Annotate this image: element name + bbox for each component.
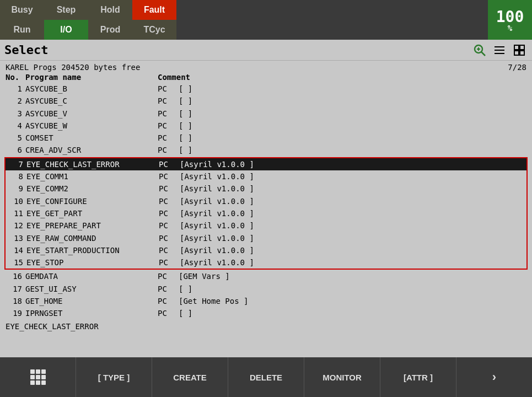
program-list: 1 ASYCUBE_B PC [ ] 2 ASYCUBE_C PC [ ] 3 …: [4, 83, 528, 320]
current-selection: EYE_CHECK_LAST_ERROR: [4, 322, 528, 331]
svg-rect-7: [514, 45, 519, 50]
percent-display: 100 %: [488, 0, 532, 40]
svg-rect-8: [520, 45, 524, 50]
table-row[interactable]: 11 EYE_GET_PART PC [Asyril v1.0.0 ]: [6, 207, 526, 219]
tcyc-button[interactable]: TCyc: [132, 20, 176, 40]
table-row[interactable]: 6 CREA_ADV_SCR PC [ ]: [4, 144, 528, 156]
title-bar: Select: [0, 40, 532, 61]
status-buttons: Busy Step Hold Fault Run I/O Prod TCyc: [0, 0, 176, 40]
table-row[interactable]: 4 ASYCUBE_W PC [ ]: [4, 120, 528, 132]
grid-icon: [30, 369, 46, 385]
hold-button[interactable]: Hold: [88, 0, 132, 20]
run-button[interactable]: Run: [0, 20, 44, 40]
svg-line-1: [481, 52, 485, 56]
table-row[interactable]: 10 EYE_CONFIGURE PC [Asyril v1.0.0 ]: [6, 195, 526, 207]
info-right: 7/28: [508, 63, 526, 72]
chevron-right-icon: ›: [492, 370, 496, 384]
svg-rect-10: [520, 51, 524, 55]
highlighted-group: 7 EYE_CHECK_LAST_ERROR PC [Asyril v1.0.0…: [4, 157, 528, 270]
table-row[interactable]: 1 ASYCUBE_B PC [ ]: [4, 83, 528, 95]
table-row[interactable]: 3 ASYCUBE_V PC [ ]: [4, 108, 528, 120]
layout-icon[interactable]: [511, 42, 528, 58]
table-row[interactable]: 14 EYE_START_PRODUCTION PC [Asyril v1.0.…: [6, 244, 526, 256]
table-row[interactable]: 15 EYE_STOP PC [Asyril v1.0.0 ]: [6, 256, 526, 269]
percent-sign: %: [508, 24, 512, 33]
info-row: KAREL Progs 204520 bytes free 7/28: [4, 63, 528, 72]
create-button[interactable]: CREATE: [152, 357, 228, 397]
attr-button[interactable]: [ATTR ]: [380, 357, 456, 397]
table-row[interactable]: 5 COMSET PC [ ]: [4, 132, 528, 144]
menu-icon[interactable]: [491, 42, 508, 58]
step-button[interactable]: Step: [44, 0, 88, 20]
prod-button[interactable]: Prod: [88, 20, 132, 40]
next-button[interactable]: ›: [456, 357, 532, 397]
table-row[interactable]: 7 EYE_CHECK_LAST_ERROR PC [Asyril v1.0.0…: [6, 158, 526, 170]
table-row[interactable]: 16 GEMDATA PC [GEM Vars ]: [4, 270, 528, 282]
title-icons: [471, 42, 528, 58]
table-row[interactable]: 12 EYE_PREPARE_PART PC [Asyril v1.0.0 ]: [6, 219, 526, 232]
type-button[interactable]: [ TYPE ]: [76, 357, 152, 397]
top-bar: Busy Step Hold Fault Run I/O Prod TCyc 1…: [0, 0, 532, 40]
svg-rect-9: [514, 51, 519, 55]
header-no: No.: [6, 73, 25, 82]
zoom-icon[interactable]: [471, 42, 488, 58]
table-row[interactable]: 17 GEST_UI_ASY PC [ ]: [4, 283, 528, 295]
table-row[interactable]: 19 IPRNGSET PC [ ]: [4, 307, 528, 319]
bottom-toolbar: [ TYPE ] CREATE DELETE MONITOR [ATTR ] ›: [0, 357, 532, 397]
busy-button[interactable]: Busy: [0, 0, 44, 20]
table-row[interactable]: 8 EYE_COMM1 PC [Asyril v1.0.0 ]: [6, 170, 526, 183]
list-header: No. Program name Comment: [4, 73, 528, 82]
delete-button[interactable]: DELETE: [228, 357, 304, 397]
monitor-button[interactable]: MONITOR: [304, 357, 380, 397]
grid-button[interactable]: [0, 357, 76, 397]
info-left: KAREL Progs 204520 bytes free: [6, 63, 140, 72]
table-row[interactable]: 9 EYE_COMM2 PC [Asyril v1.0.0 ]: [6, 183, 526, 195]
fault-button[interactable]: Fault: [132, 0, 176, 20]
io-button[interactable]: I/O: [44, 20, 88, 40]
table-row[interactable]: 13 EYE_RAW_COMMAND PC [Asyril v1.0.0 ]: [6, 232, 526, 244]
header-comment: Comment: [158, 73, 526, 82]
header-name: Program name: [25, 73, 158, 82]
main-content: KAREL Progs 204520 bytes free 7/28 No. P…: [0, 61, 532, 357]
table-row[interactable]: 18 GET_HOME PC [Get Home Pos ]: [4, 295, 528, 307]
page-title: Select: [4, 43, 48, 57]
table-row[interactable]: 2 ASYCUBE_C PC [ ]: [4, 95, 528, 107]
